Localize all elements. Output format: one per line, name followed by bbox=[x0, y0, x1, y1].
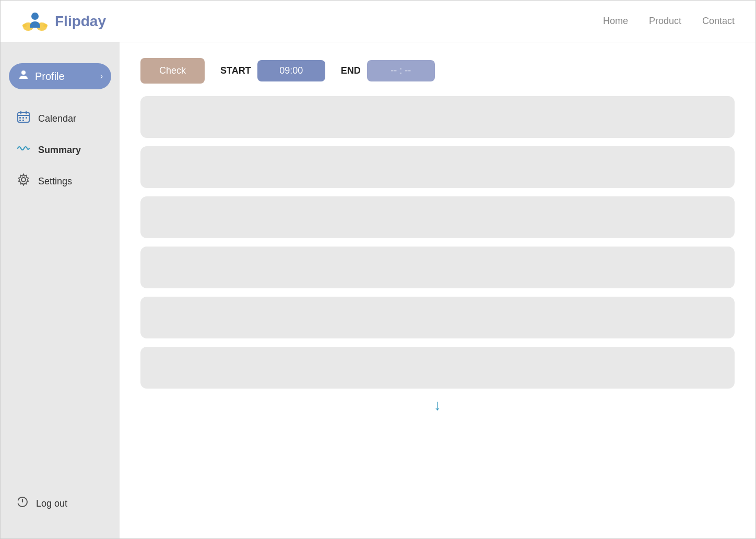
logout-button[interactable]: Log out bbox=[1, 488, 120, 519]
app-layout: Profile › bbox=[1, 42, 755, 539]
down-arrow-icon: ↓ bbox=[434, 397, 441, 414]
content-row-4 bbox=[140, 247, 735, 288]
content-rows bbox=[140, 96, 735, 389]
content-row-5 bbox=[140, 297, 735, 338]
end-label: END bbox=[341, 65, 361, 76]
sidebar-nav: Calendar Summary Settin bbox=[1, 105, 120, 195]
header-nav: Home Product Contact bbox=[603, 16, 735, 27]
logout-icon bbox=[16, 496, 29, 511]
main-content: Check START 09:00 END -- : -- ↓ bbox=[120, 42, 755, 539]
content-row-3 bbox=[140, 196, 735, 238]
calendar-icon bbox=[16, 110, 31, 127]
profile-icon bbox=[17, 68, 30, 84]
end-time-group: END -- : -- bbox=[341, 60, 435, 81]
svg-rect-15 bbox=[19, 120, 21, 121]
profile-button[interactable]: Profile › bbox=[9, 63, 111, 89]
nav-product[interactable]: Product bbox=[649, 16, 681, 27]
sidebar: Profile › bbox=[1, 42, 120, 539]
check-button[interactable]: Check bbox=[140, 58, 205, 84]
logo: Flipday bbox=[21, 8, 106, 35]
calendar-label: Calendar bbox=[38, 113, 76, 124]
start-time-value: 09:00 bbox=[257, 60, 325, 81]
logo-text: Flipday bbox=[55, 13, 106, 30]
logout-label: Log out bbox=[36, 498, 67, 509]
logo-icon bbox=[21, 8, 49, 35]
sidebar-item-calendar[interactable]: Calendar bbox=[9, 105, 111, 132]
svg-rect-13 bbox=[22, 117, 24, 119]
summary-icon bbox=[16, 142, 31, 158]
content-row-1 bbox=[140, 96, 735, 138]
settings-icon bbox=[16, 173, 31, 190]
start-label: START bbox=[220, 65, 251, 76]
svg-point-6 bbox=[31, 13, 39, 20]
content-row-6 bbox=[140, 347, 735, 389]
content-row-2 bbox=[140, 146, 735, 188]
down-arrow[interactable]: ↓ bbox=[140, 389, 735, 414]
summary-label: Summary bbox=[38, 145, 81, 156]
svg-point-7 bbox=[21, 71, 26, 75]
header: Flipday Home Product Contact bbox=[1, 1, 755, 42]
nav-home[interactable]: Home bbox=[603, 16, 628, 27]
svg-point-17 bbox=[21, 178, 26, 182]
start-time-group: START 09:00 bbox=[220, 60, 325, 81]
svg-point-1 bbox=[22, 24, 27, 27]
end-time-value: -- : -- bbox=[367, 60, 435, 81]
sidebar-item-settings[interactable]: Settings bbox=[9, 168, 111, 195]
sidebar-item-summary[interactable]: Summary bbox=[9, 136, 111, 163]
svg-point-5 bbox=[43, 24, 48, 27]
nav-contact[interactable]: Contact bbox=[702, 16, 735, 27]
svg-rect-14 bbox=[26, 117, 27, 119]
svg-rect-12 bbox=[19, 117, 21, 119]
settings-label: Settings bbox=[38, 176, 72, 187]
profile-label: Profile bbox=[35, 71, 95, 83]
check-bar: Check START 09:00 END -- : -- bbox=[140, 58, 735, 84]
chevron-right-icon: › bbox=[100, 72, 103, 81]
svg-rect-16 bbox=[22, 120, 24, 121]
